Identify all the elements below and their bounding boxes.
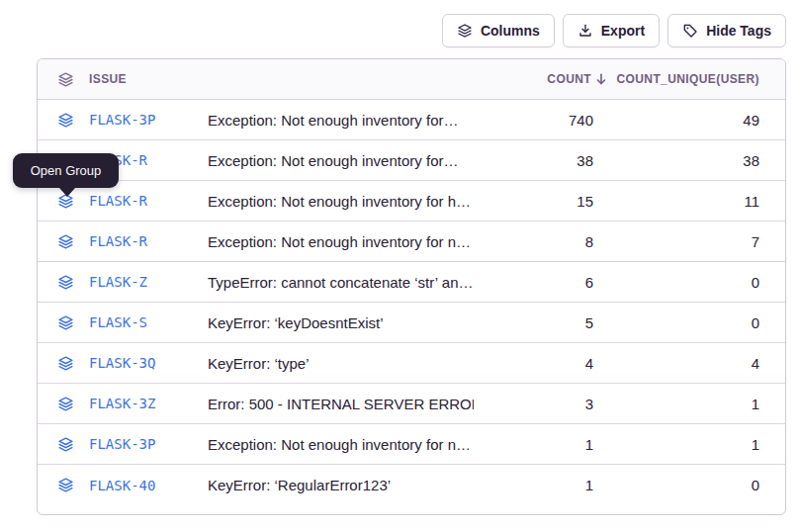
issue-summary: KeyError: ‘keyDoesntExist’ [208,314,474,331]
issue-link[interactable]: FLASK-3Z [89,396,208,411]
issue-link[interactable]: FLASK-3Q [89,355,208,371]
column-header-count-unique[interactable]: COUNT_UNIQUE(USER) [593,72,785,86]
issues-table: ISSUE COUNT COUNT_UNIQUE(USER) FLASK-3P … [37,58,786,515]
open-group-layers-icon[interactable] [38,396,89,412]
layers-icon [457,23,473,39]
issue-link[interactable]: FLASK-Z [89,274,208,290]
table-row: FLASK-S KeyError: ‘keyDoesntExist’ 5 0 [38,303,785,343]
count-value: 1 [474,436,593,453]
issue-link[interactable]: FLASK-R [89,193,208,209]
table-row: FLASK-3P Exception: Not enough inventory… [38,100,785,140]
count-unique-value: 1 [593,396,785,412]
issue-summary: Exception: Not enough inventory for… [208,112,474,129]
count-unique-value: 11 [593,193,785,210]
count-value: 740 [474,112,593,129]
issue-summary: Exception: Not enough inventory for n… [208,233,474,250]
toolbar: Columns Export Hide Tags [442,14,786,47]
count-value: 3 [474,396,593,412]
open-group-layers-icon[interactable] [38,436,89,453]
download-icon [577,23,593,39]
issue-summary: Exception: Not enough inventory for… [208,152,474,169]
columns-button-label: Columns [481,23,540,39]
hide-tags-button-label: Hide Tags [706,23,771,39]
count-value: 8 [474,233,593,250]
table-row: FLASK-R Exception: Not enough inventory … [38,222,785,262]
open-group-layers-icon[interactable] [38,477,89,493]
column-header-issue[interactable]: ISSUE [89,72,208,86]
table-row: FLASK-3Q KeyError: ‘type’ 4 4 [38,343,785,384]
table-row: FLASK-R Exception: Not enough inventory … [38,181,785,222]
columns-button[interactable]: Columns [442,14,555,47]
issue-link[interactable]: FLASK-3P [89,436,208,452]
issue-summary: TypeError: cannot concatenate ‘str’ an… [208,274,474,291]
count-value: 15 [474,193,593,210]
count-unique-value: 1 [593,436,785,453]
open-group-layers-icon[interactable] [38,314,89,331]
count-unique-value: 0 [593,477,785,493]
count-value: 4 [474,355,593,372]
issue-summary: KeyError: ‘type’ [208,355,474,372]
table-row: FLASK-40 KeyError: ‘RegularError123’ 1 0 [38,465,785,505]
issue-link[interactable]: FLASK-40 [89,478,208,493]
table-row: FLASK-Z TypeError: cannot concatenate ‘s… [38,262,785,303]
hide-tags-button[interactable]: Hide Tags [667,14,786,47]
count-unique-value: 0 [593,274,785,291]
table-body: FLASK-3P Exception: Not enough inventory… [38,100,785,505]
count-unique-value: 4 [593,355,785,372]
layers-icon [38,71,89,88]
tooltip-text: Open Group [31,163,102,178]
open-group-layers-icon[interactable] [38,274,89,291]
issue-summary: Error: 500 - INTERNAL SERVER ERROR [208,396,474,412]
open-group-layers-icon[interactable] [38,355,89,372]
count-value: 1 [474,477,593,493]
count-unique-value: 49 [593,112,785,129]
issue-summary: Exception: Not enough inventory for h… [208,193,474,210]
count-unique-value: 38 [593,152,785,169]
table-row: FLASK-R Exception: Not enough inventory … [38,140,785,181]
issue-link[interactable]: FLASK-3P [89,112,208,128]
issue-link[interactable]: FLASK-R [89,233,208,249]
table-header: ISSUE COUNT COUNT_UNIQUE(USER) [38,59,785,100]
issue-link[interactable]: FLASK-S [89,314,208,330]
table-row: FLASK-3P Exception: Not enough inventory… [38,424,785,465]
open-group-layers-icon[interactable] [38,233,89,250]
count-unique-value: 0 [593,314,785,331]
issue-summary: Exception: Not enough inventory for n… [208,436,474,453]
open-group-tooltip: Open Group [13,153,119,188]
column-header-count[interactable]: COUNT [474,72,593,86]
issue-summary: KeyError: ‘RegularError123’ [208,477,474,493]
export-button-label: Export [601,23,645,39]
table-row: FLASK-3Z Error: 500 - INTERNAL SERVER ER… [38,384,785,424]
tag-icon [682,23,698,39]
count-value: 6 [474,274,593,291]
export-button[interactable]: Export [563,14,660,47]
count-unique-value: 7 [593,233,785,250]
open-group-layers-icon[interactable] [38,112,89,129]
count-value: 38 [474,152,593,169]
count-value: 5 [474,314,593,331]
